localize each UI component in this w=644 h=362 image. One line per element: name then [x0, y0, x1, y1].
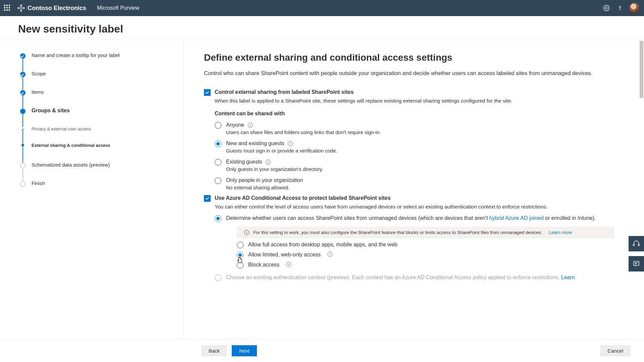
content-pane: ▾ Define external sharing and conditiona…: [184, 40, 644, 362]
info-banner: i For this setting to work, you must als…: [237, 227, 614, 238]
radio-only-org-hint: No external sharing allowed.: [226, 185, 614, 190]
radio-anyone-hint: Users can share files and folders using …: [226, 129, 614, 135]
info-icon[interactable]: i: [248, 123, 253, 128]
radio-new-existing-guests[interactable]: [215, 140, 221, 147]
svg-rect-8: [638, 244, 640, 246]
content-heading: Define external sharing and conditional …: [204, 52, 614, 63]
radio-only-org-label: Only people in your organization: [226, 177, 303, 183]
step-finish[interactable]: Finish: [20, 180, 173, 205]
link-learn[interactable]: Learn: [561, 275, 575, 280]
checkbox-azure-ad-ca-label: Use Azure AD Conditional Access to prote…: [215, 195, 391, 201]
info-icon[interactable]: i: [288, 141, 293, 146]
app-launcher-icon[interactable]: [4, 5, 11, 11]
radio-auth-context-label: Choose an existing authentication contex…: [226, 275, 575, 280]
substep-privacy-external[interactable]: Privacy & external user access: [20, 126, 173, 143]
radio-block-access[interactable]: [237, 262, 244, 268]
info-banner-text: For this setting to work, you must also …: [253, 230, 542, 235]
checkbox1-hint: When this label is applied to a SharePoi…: [215, 98, 614, 104]
product-name[interactable]: Microsoft Purview: [97, 5, 139, 11]
wizard-steps-sidebar: Name and create a tooltip for your label…: [0, 40, 184, 362]
svg-rect-7: [633, 244, 635, 246]
info-icon[interactable]: i: [286, 262, 291, 267]
brand: Contoso Electronics: [17, 4, 86, 12]
radio-allow-full-access-label: Allow full access from desktop apps, mob…: [248, 242, 397, 248]
brand-logo-icon: [17, 4, 25, 12]
help-icon[interactable]: [613, 0, 627, 16]
radio-block-access-label: Block access: [248, 262, 279, 268]
avatar[interactable]: [629, 3, 640, 13]
info-icon: i: [244, 230, 249, 235]
checkbox-control-external-sharing[interactable]: [204, 89, 211, 96]
svg-point-2: [20, 10, 22, 11]
content-description: Control who can share SharePoint content…: [204, 69, 613, 78]
scrollbar-thumb[interactable]: [640, 41, 643, 98]
radio-allow-limited-label: Allow limited, web-only access: [248, 252, 321, 258]
page-title: New sensitivity label: [18, 23, 626, 35]
radio-existing-guests[interactable]: [215, 159, 221, 166]
svg-point-6: [620, 9, 620, 10]
info-icon[interactable]: i: [327, 252, 332, 257]
svg-point-4: [23, 7, 24, 9]
radio-unmanaged-devices[interactable]: [215, 215, 221, 222]
svg-rect-9: [634, 261, 639, 265]
substep-external-sharing[interactable]: External sharing & conditional access: [20, 143, 173, 162]
top-bar: Contoso Electronics Microsoft Purview: [0, 0, 644, 16]
checkbox-azure-ad-ca[interactable]: [204, 195, 211, 202]
svg-point-3: [18, 7, 19, 9]
step-groups-sites[interactable]: Groups & sites: [20, 108, 173, 126]
radio-only-org[interactable]: [215, 177, 221, 184]
brand-name: Contoso Electronics: [28, 5, 86, 12]
radio-unmanaged-devices-label: Determine whether users can access Share…: [226, 215, 596, 221]
svg-point-0: [20, 7, 22, 9]
svg-point-5: [606, 7, 607, 9]
back-button[interactable]: Back: [201, 345, 227, 356]
radio-allow-full-access[interactable]: [237, 242, 244, 248]
step-items[interactable]: Items: [20, 89, 173, 108]
step-schematized-data[interactable]: Schematized data assets (preview): [20, 162, 173, 180]
next-button[interactable]: Next: [232, 345, 257, 356]
cancel-button[interactable]: Cancel: [600, 345, 631, 356]
radio-anyone[interactable]: [215, 122, 221, 129]
svg-point-1: [20, 5, 22, 6]
info-icon[interactable]: i: [266, 160, 271, 165]
settings-icon[interactable]: [600, 0, 613, 16]
link-hybrid-azure-ad[interactable]: hybrid Azure AD joined: [489, 215, 544, 221]
feedback-chat-icon[interactable]: [629, 256, 644, 272]
radio-anyone-label: Anyone: [226, 122, 244, 128]
content-shared-with-title: Content can be shared with: [215, 111, 614, 117]
support-headset-icon[interactable]: [629, 236, 644, 251]
checkbox2-hint: You can either control the level of acce…: [215, 204, 614, 210]
radio-existing-guests-hint: Only guests in your organization's direc…: [226, 166, 614, 172]
radio-auth-context[interactable]: [215, 275, 221, 281]
step-name-tooltip[interactable]: Name and create a tooltip for your label: [20, 52, 173, 71]
radio-allow-limited[interactable]: [237, 252, 244, 258]
scrollbar[interactable]: ▾: [639, 40, 644, 362]
link-learn-more[interactable]: Learn more: [549, 230, 572, 235]
page-header: New sensitivity label: [0, 16, 644, 40]
wizard-footer: Back Next Cancel: [0, 339, 644, 362]
radio-existing-guests-label: Existing guests: [226, 159, 262, 165]
checkbox-control-external-sharing-label: Control external sharing from labeled Sh…: [215, 89, 354, 95]
step-scope[interactable]: Scope: [20, 71, 173, 89]
radio-new-existing-guests-label: New and existing guests: [226, 140, 284, 146]
radio-new-existing-guests-hint: Guests must sign in or provide a verific…: [226, 148, 614, 154]
